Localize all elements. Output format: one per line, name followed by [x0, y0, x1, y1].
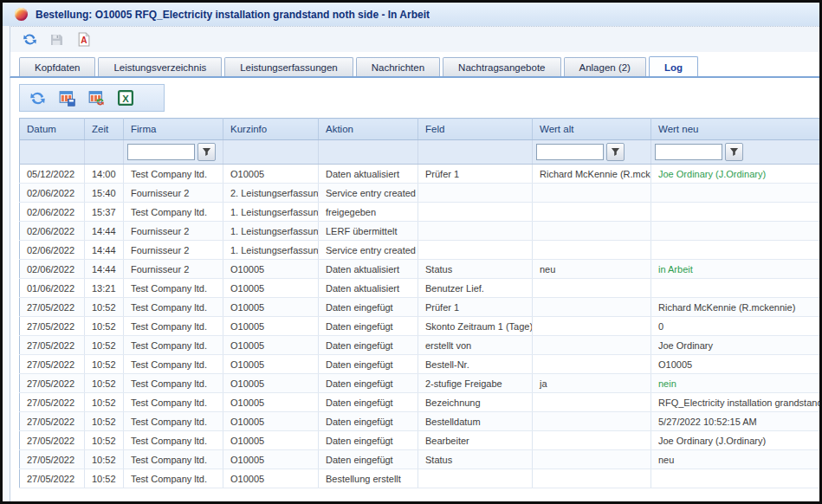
tab-anlagen[interactable]: Anlagen (2): [564, 57, 646, 76]
cell-firma: Test Company ltd.: [124, 165, 223, 184]
wert-neu-filter-input[interactable]: [655, 144, 722, 160]
tab-leistungsverzeichnis[interactable]: Leistungsverzeichnis: [98, 57, 222, 76]
wert-alt-filter-button[interactable]: [606, 143, 625, 161]
cell-aktion: Service entry created: [319, 241, 418, 260]
funnel-icon: [729, 147, 739, 157]
table-row[interactable]: 01/06/202213:21Test Company ltd.O10005Da…: [20, 279, 820, 298]
cell-zeit: 10:52: [85, 450, 124, 469]
cell-feld: [418, 241, 533, 260]
cell-wert-neu: neu: [651, 450, 820, 469]
refresh-button[interactable]: [20, 30, 39, 49]
table-row[interactable]: 27/05/202210:52Test Company ltd.O10005Da…: [20, 317, 820, 336]
grid-refresh-button[interactable]: [29, 89, 46, 107]
column-header-wert-neu[interactable]: Wert neu: [651, 119, 820, 140]
cell-firma: Test Company ltd.: [124, 450, 223, 469]
main-toolbar: A: [10, 26, 819, 52]
cell-wert-alt: [533, 298, 651, 317]
save-button[interactable]: [47, 30, 66, 49]
column-header-zeit[interactable]: Zeit: [85, 119, 124, 140]
grid-reload-button[interactable]: [87, 89, 105, 107]
cell-kurzinfo: O10005: [223, 260, 319, 279]
cell-feld: Status: [418, 450, 533, 469]
cell-kurzinfo: O10005: [223, 412, 319, 431]
pdf-export-button[interactable]: A: [74, 30, 93, 49]
cell-datum: 27/05/2022: [20, 469, 85, 488]
table-row[interactable]: 27/05/202210:52Test Company ltd.O10005Da…: [20, 355, 820, 374]
excel-export-button[interactable]: X: [117, 89, 134, 107]
table-row[interactable]: 27/05/202210:52Test Company ltd.O10005Da…: [20, 336, 820, 355]
cell-zeit: 10:52: [85, 298, 124, 317]
column-header-feld[interactable]: Feld: [418, 119, 533, 140]
cell-kurzinfo: 1. Leistungserfassung: [223, 222, 319, 241]
cell-firma: Test Company ltd.: [124, 279, 223, 298]
wert-neu-filter-button[interactable]: [725, 143, 743, 161]
cell-feld: Prüfer 1: [418, 298, 533, 317]
tab-nachtragsangebote[interactable]: Nachtragsangebote: [443, 57, 560, 76]
cell-aktion: Daten aktualisiert: [319, 279, 418, 298]
cell-datum: 02/06/2022: [20, 241, 85, 260]
cell-firma: Test Company ltd.: [124, 203, 223, 222]
column-header-firma[interactable]: Firma: [124, 119, 223, 140]
cell-wert-alt: [533, 317, 651, 336]
table-row[interactable]: 27/05/202210:52Test Company ltd.O10005Da…: [20, 450, 820, 469]
cell-firma: Test Company ltd.: [124, 431, 223, 450]
table-row[interactable]: 02/06/202215:37Test Company ltd.1. Leist…: [20, 203, 820, 222]
cell-aktion: Bestellung erstellt: [319, 469, 418, 488]
cell-wert-neu: [651, 279, 820, 298]
cell-datum: 27/05/2022: [20, 393, 85, 412]
cell-aktion: Daten eingefügt: [319, 393, 418, 412]
cell-datum: 27/05/2022: [20, 355, 85, 374]
svg-text:X: X: [122, 94, 129, 104]
cell-aktion: Daten eingefügt: [319, 336, 418, 355]
tab-leistungserfassungen[interactable]: Leistungserfassungen: [224, 57, 353, 76]
cell-wert-neu: 5/27/2022 10:52:15 AM: [651, 412, 820, 431]
column-header-wert-alt[interactable]: Wert alt: [533, 119, 651, 140]
wert-alt-filter-input[interactable]: [536, 144, 604, 160]
cell-wert-neu: Joe Ordinary (J.Ordinary): [651, 165, 820, 184]
table-row[interactable]: 27/05/202210:52Test Company ltd.O10005Da…: [20, 374, 820, 393]
log-table: Datum Zeit Firma Kurzinfo Aktion Feld We…: [19, 118, 819, 488]
table-row[interactable]: 27/05/202210:52Test Company ltd.O10005Da…: [20, 412, 820, 431]
firma-filter-input[interactable]: [127, 144, 195, 160]
tab-log[interactable]: Log: [649, 56, 698, 76]
cell-aktion: Daten eingefügt: [319, 431, 418, 450]
tab-kopfdaten[interactable]: Kopfdaten: [19, 57, 95, 76]
cell-zeit: 14:44: [85, 222, 124, 241]
cell-feld: Benutzer Lief.: [418, 279, 533, 298]
cell-firma: Test Company ltd.: [124, 355, 223, 374]
funnel-icon: [202, 147, 211, 157]
table-row[interactable]: 02/06/202214:44Fournisseur 2O10005Daten …: [20, 260, 820, 279]
column-header-datum[interactable]: Datum: [20, 119, 85, 140]
cell-kurzinfo: O10005: [223, 393, 319, 412]
table-row[interactable]: 02/06/202215:40Fournisseur 22. Leistungs…: [20, 184, 820, 203]
cell-feld: 2-stufige Freigabe: [418, 374, 533, 393]
column-header-kurzinfo[interactable]: Kurzinfo: [223, 119, 319, 140]
table-row[interactable]: 02/06/202214:44Fournisseur 21. Leistungs…: [20, 222, 820, 241]
firma-filter-button[interactable]: [197, 143, 216, 161]
cell-kurzinfo: O10005: [223, 431, 319, 450]
table-row[interactable]: 27/05/202210:52Test Company ltd.O10005Da…: [20, 431, 820, 450]
filter-cell-wert-alt: [533, 140, 651, 165]
table-row[interactable]: 02/06/202214:44Fournisseur 21. Leistungs…: [20, 241, 820, 260]
cell-zeit: 10:52: [85, 317, 124, 336]
cell-aktion: Daten eingefügt: [319, 317, 418, 336]
table-row[interactable]: 27/05/202210:52Test Company ltd.O10005Be…: [20, 469, 820, 488]
cell-kurzinfo: O10005: [223, 317, 319, 336]
table-row[interactable]: 27/05/202210:52Test Company ltd.O10005Da…: [20, 393, 820, 412]
cell-wert-alt: [533, 203, 651, 222]
tab-nachrichten[interactable]: Nachrichten: [356, 57, 440, 76]
table-row[interactable]: 27/05/202210:52Test Company ltd.O10005Da…: [20, 298, 820, 317]
cell-kurzinfo: 2. Leistungserfassung: [223, 184, 319, 203]
cell-wert-neu: Richard McKennie (R.mckennie): [651, 298, 820, 317]
cell-firma: Fournisseur 2: [124, 222, 223, 241]
cell-kurzinfo: 1. Leistungserfassung: [223, 203, 319, 222]
cell-datum: 27/05/2022: [20, 336, 85, 355]
cell-datum: 02/06/2022: [20, 222, 85, 241]
column-header-aktion[interactable]: Aktion: [319, 119, 418, 140]
grid-export-save-button[interactable]: [58, 89, 75, 107]
cell-kurzinfo: O10005: [223, 355, 319, 374]
cell-zeit: 15:37: [85, 203, 124, 222]
table-row[interactable]: 05/12/202214:00Test Company ltd.O10005Da…: [20, 165, 820, 184]
cell-wert-neu: [651, 203, 820, 222]
cell-feld: Bezeichnung: [418, 393, 533, 412]
